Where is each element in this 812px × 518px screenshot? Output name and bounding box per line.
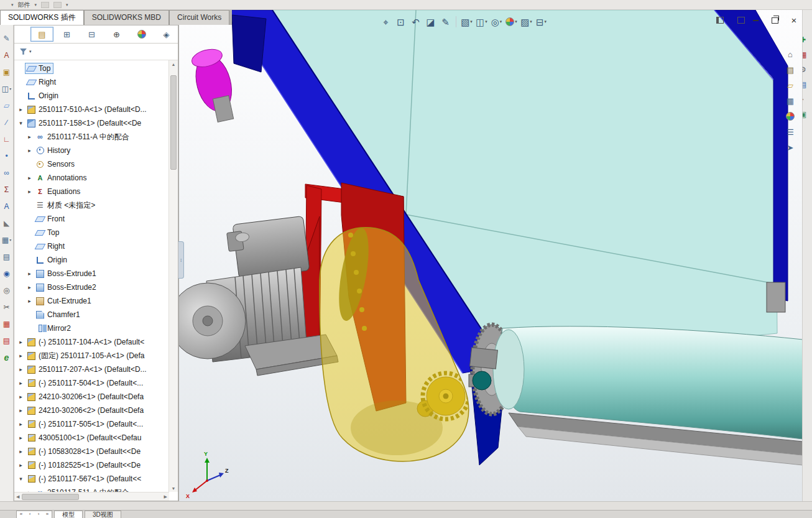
tree-item[interactable]: ▸24210-30206<2> (Default<Defa: [14, 404, 169, 417]
edrawings-icon[interactable]: e: [1, 351, 13, 363]
ribbon-tab-2[interactable]: SOLIDWORKS MBD: [84, 10, 169, 25]
restore-button[interactable]: [768, 15, 782, 25]
tree-item[interactable]: ▸AAnnotations: [14, 171, 169, 185]
text-icon[interactable]: A: [1, 200, 13, 212]
balloon-icon[interactable]: ◉: [1, 267, 13, 279]
coordinate-system-icon[interactable]: ∟: [1, 133, 13, 145]
manager-tab-featuremanager-design-tree[interactable]: ▤: [30, 27, 53, 42]
partial-toolbar-icon-5[interactable]: ◔: [802, 96, 812, 103]
scrollbar-thumb[interactable]: [170, 75, 177, 170]
tree-item[interactable]: Top: [14, 62, 169, 75]
manager-tab-dimxpertmanager[interactable]: ⊕: [105, 27, 128, 42]
zoom-to-area-icon[interactable]: ⊡: [394, 14, 408, 30]
edit-appearance-icon[interactable]: ▾: [504, 14, 519, 30]
chevron-right-icon[interactable]: ▸: [17, 353, 25, 359]
chamfer-tool-icon[interactable]: ◣: [1, 217, 13, 229]
custom-properties-icon[interactable]: ☰: [782, 125, 798, 139]
collapse-taskpane-icon[interactable]: [713, 15, 727, 25]
ribbon-tab-1[interactable]: SOLIDWORKS 插件: [0, 10, 84, 25]
hole-icon[interactable]: ◎: [1, 284, 13, 296]
scrollbar-thumb[interactable]: [22, 494, 79, 500]
chevron-right-icon[interactable]: ▸: [17, 339, 25, 345]
partial-toolbar-icon-2[interactable]: ▦: [802, 51, 812, 58]
tree-item[interactable]: ▸Boss-Extrude1: [14, 267, 169, 280]
partial-toolbar-icon-3[interactable]: ⚙: [802, 66, 812, 73]
tree-item[interactable]: ▸43005100<1> (Default<<Defau: [14, 431, 169, 445]
tree-item[interactable]: Chamfer1: [14, 308, 169, 321]
conveyor-assembly-model[interactable]: Y X Z: [179, 10, 802, 501]
graphics-area[interactable]: Y X Z: [178, 10, 802, 501]
manager-tab-propertymanager[interactable]: ⊞: [55, 27, 78, 42]
trim-icon[interactable]: ✂: [1, 301, 13, 313]
tree-item[interactable]: ▸2510117-207-A<1> (Default<D...: [14, 363, 169, 376]
scroll-right-icon[interactable]: ▶: [164, 494, 167, 499]
dynamic-annotation-views-icon[interactable]: ✎: [438, 14, 453, 30]
tree-item[interactable]: ▸(固定) 2510117-105-A<1> (Defa: [14, 349, 169, 363]
chevron-right-icon[interactable]: ▸: [25, 298, 34, 304]
tree-item[interactable]: ▸(-) 10583028<1> (Default<<De: [14, 445, 169, 458]
chevron-down-icon[interactable]: ▾: [35, 2, 37, 7]
tree-item[interactable]: ▸(-) 2510117-505<1> (Default<...: [14, 417, 169, 431]
file-explorer-icon[interactable]: ▱: [782, 78, 798, 92]
tree-horizontal-scrollbar[interactable]: ◀ ▶: [14, 492, 169, 501]
pin-taskpane-icon[interactable]: [734, 15, 748, 25]
tree-item[interactable]: ▸∞2510117-511-A 中的配合: [14, 486, 169, 492]
tree-item[interactable]: Origin: [14, 89, 169, 103]
chevron-right-icon[interactable]: ▸: [17, 407, 25, 414]
plane-icon[interactable]: ▱: [1, 99, 13, 111]
chevron-right-icon[interactable]: ▸: [25, 175, 34, 181]
export-pdf-icon[interactable]: ▤: [1, 335, 13, 346]
tree-item[interactable]: ▸24210-30206<1> (Default<Defa: [14, 390, 169, 404]
chevron-right-icon[interactable]: ▸: [17, 435, 25, 441]
chevron-right-icon[interactable]: ▸: [25, 147, 34, 154]
tree-item[interactable]: ▸2510117-510-A<1> (Default<D...: [14, 103, 169, 116]
partial-toolbar-icon-4[interactable]: ▤: [802, 81, 812, 88]
tree-vertical-scrollbar[interactable]: ▲ ▼: [168, 60, 178, 492]
tree-item[interactable]: Origin: [14, 253, 169, 267]
close-button[interactable]: [787, 15, 801, 25]
tree-item[interactable]: Front: [14, 212, 169, 226]
tree-item[interactable]: ▸ΣEquations: [14, 185, 169, 198]
tab-model[interactable]: 模型: [54, 511, 83, 518]
manager-tab-cam-feature-manager[interactable]: ◈: [155, 27, 178, 42]
zoom-to-fit-icon[interactable]: ⌖: [379, 14, 393, 30]
hide-show-items-icon[interactable]: ◎▾: [489, 14, 504, 30]
apply-scene-icon[interactable]: ▨▾: [519, 14, 533, 30]
partial-toolbar-icon-1[interactable]: ✚: [802, 36, 812, 44]
tab-nav-last-icon[interactable]: »: [43, 512, 52, 517]
chevron-right-icon[interactable]: ▸: [25, 134, 34, 140]
tree-item[interactable]: ▾2510117-158<1> (Default<<De: [14, 116, 169, 130]
view-orientation-icon[interactable]: ▧▾: [459, 14, 474, 30]
chevron-right-icon[interactable]: ▸: [17, 394, 25, 400]
chevron-down-icon[interactable]: ▾: [17, 120, 25, 126]
bom-icon[interactable]: ▤: [1, 251, 13, 262]
section-view-icon[interactable]: ◪: [423, 14, 438, 30]
filter-funnel-icon[interactable]: [19, 48, 27, 56]
tree-item[interactable]: Sensors: [14, 157, 169, 171]
tree-item[interactable]: ▸∞2510117-511-A 中的配合: [14, 130, 169, 144]
ribbon-tab-3[interactable]: Circuit Works: [169, 10, 229, 25]
partial-toolbar-icon-6[interactable]: ▣: [802, 111, 812, 118]
scroll-left-icon[interactable]: ◀: [16, 494, 19, 499]
tree-item[interactable]: ▸(-) 2510117-104-A<1> (Default<: [14, 335, 169, 349]
chevron-right-icon[interactable]: ▸: [17, 380, 25, 386]
magenta-coupling[interactable]: [188, 15, 266, 122]
chevron-right-icon[interactable]: ▸: [17, 106, 25, 113]
tree-item[interactable]: ▾(-) 2510117-567<1> (Default<<: [14, 472, 169, 486]
tree-item[interactable]: Right: [14, 239, 169, 253]
manager-tab-displaymanager[interactable]: [130, 27, 153, 42]
chevron-down-icon[interactable]: ▾: [29, 49, 32, 54]
tree-item[interactable]: Right: [14, 75, 169, 89]
scroll-down-icon[interactable]: ▼: [169, 484, 178, 492]
tree-item[interactable]: ▸Boss-Extrude2: [14, 280, 169, 294]
previous-view-icon[interactable]: ↶: [408, 14, 423, 30]
chevron-right-icon[interactable]: ▸: [25, 188, 34, 195]
chevron-right-icon[interactable]: ▸: [17, 462, 25, 468]
point-icon[interactable]: •: [1, 150, 13, 162]
tree-item[interactable]: ▸History: [14, 144, 169, 157]
grid-red-icon[interactable]: ▦: [1, 318, 13, 330]
view-settings-icon[interactable]: ⊟▾: [534, 14, 548, 30]
table-icon[interactable]: ▦▾: [1, 234, 13, 246]
scroll-up-icon[interactable]: ▲: [169, 60, 178, 68]
display-pane-icon[interactable]: ◫▾: [1, 83, 13, 95]
